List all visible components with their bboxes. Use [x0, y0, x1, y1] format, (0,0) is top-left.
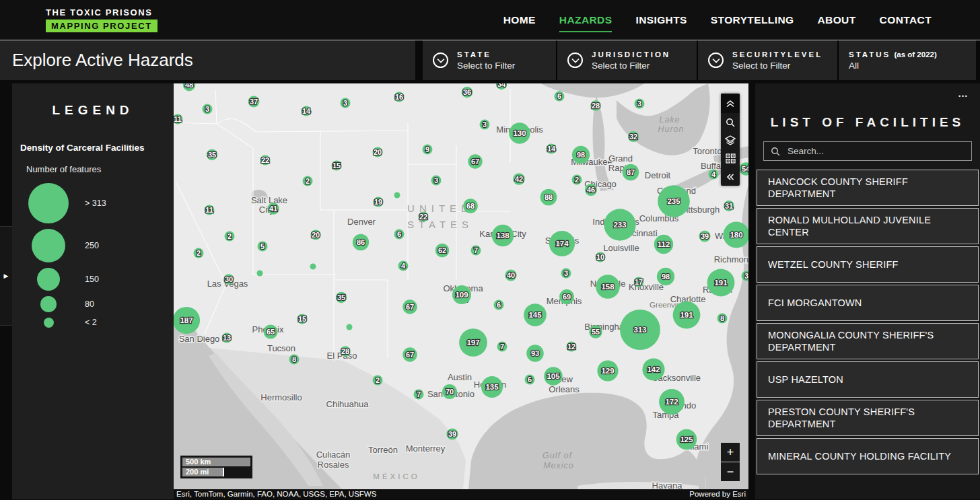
cluster-marker[interactable]: 10 [596, 252, 606, 262]
cluster-marker[interactable]: 13 [222, 333, 232, 343]
cluster-marker[interactable]: 2 [572, 175, 582, 185]
cluster-marker[interactable]: 6 [494, 300, 504, 310]
cluster-marker[interactable]: 197 [459, 328, 487, 357]
cluster-marker[interactable]: 68 [463, 199, 478, 213]
cluster-marker[interactable]: 130 [509, 122, 530, 143]
map-canvas[interactable]: Salt LakeCityDenverLas VegasSan DiegoPho… [174, 83, 748, 499]
cluster-marker[interactable]: 12 [567, 342, 577, 352]
cluster-marker[interactable]: 8 [718, 314, 728, 324]
cluster-marker[interactable]: 40 [505, 269, 516, 281]
cluster-marker[interactable]: 191 [707, 269, 735, 297]
cluster-marker[interactable]: 187 [174, 307, 200, 334]
cluster-marker[interactable]: 15 [298, 314, 308, 324]
cluster-marker[interactable]: 7 [471, 246, 481, 256]
facility-row[interactable]: MONONGALIA COUNTY SHERIFF'S DEPARTMENT [757, 323, 979, 359]
cluster-marker[interactable]: 31 [724, 201, 734, 211]
cluster-marker[interactable]: 233 [604, 209, 635, 240]
zoom-in-button[interactable]: + [721, 443, 740, 462]
cluster-marker[interactable]: 9 [423, 145, 433, 155]
facility-dot[interactable] [394, 192, 400, 199]
cluster-marker[interactable]: 109 [452, 285, 471, 304]
cluster-marker[interactable]: 22 [260, 155, 271, 166]
cluster-marker[interactable]: 30 [223, 274, 234, 285]
layers-icon[interactable] [721, 131, 740, 149]
cluster-marker[interactable]: 129 [597, 360, 618, 381]
cluster-marker[interactable]: 125 [676, 429, 697, 450]
cluster-marker[interactable]: 180 [723, 221, 748, 248]
facility-dot[interactable] [347, 324, 353, 330]
cluster-marker[interactable]: 112 [654, 235, 673, 254]
collapse-up-icon[interactable] [721, 94, 740, 113]
cluster-marker[interactable]: 65 [263, 324, 277, 338]
nav-item-storytelling[interactable]: STORYTELLING [711, 14, 794, 26]
cluster-marker[interactable]: 4 [709, 170, 719, 180]
cluster-marker[interactable]: 2 [194, 248, 204, 258]
cluster-marker[interactable]: 16 [394, 92, 405, 102]
cluster-marker[interactable]: 35 [207, 149, 217, 160]
cluster-marker[interactable]: 7 [497, 342, 508, 352]
cluster-marker[interactable]: 191 [673, 301, 701, 329]
cluster-marker[interactable]: 3 [341, 98, 351, 108]
cluster-marker[interactable]: 138 [492, 225, 514, 247]
cluster-marker[interactable]: 3 [561, 269, 571, 279]
cluster-marker[interactable]: 88 [540, 189, 557, 206]
cluster-marker[interactable]: 98 [657, 268, 674, 285]
cluster-marker[interactable]: 2 [225, 231, 235, 242]
basemap-gallery-icon[interactable] [721, 149, 740, 168]
cluster-marker[interactable]: 41 [267, 203, 279, 214]
cluster-marker[interactable]: 22 [419, 212, 429, 222]
cluster-marker[interactable]: 3 [203, 104, 213, 114]
cluster-marker[interactable]: 6 [394, 229, 405, 240]
cluster-marker[interactable]: 87 [623, 164, 639, 181]
cluster-marker[interactable]: 11 [205, 205, 215, 215]
panel-options-icon[interactable]: … [958, 87, 969, 99]
filter-securitylevel[interactable]: SECURITYLEVELSelect to Filter [697, 40, 837, 80]
cluster-marker[interactable]: 67 [403, 347, 417, 361]
cluster-marker[interactable]: 39 [446, 428, 458, 439]
cluster-marker[interactable]: 70 [442, 384, 457, 399]
cluster-marker[interactable]: 145 [524, 303, 547, 326]
facility-row[interactable]: HANCOCK COUNTY SHERIFF DEPARTMENT [757, 170, 979, 206]
cluster-marker[interactable]: 158 [596, 275, 620, 299]
cluster-marker[interactable]: 3 [431, 176, 442, 186]
search-icon[interactable] [721, 113, 740, 131]
zoom-out-button[interactable]: − [721, 462, 740, 481]
cluster-marker[interactable]: 36 [462, 87, 473, 98]
cluster-marker[interactable]: 2 [373, 376, 383, 386]
cluster-marker[interactable]: 37 [248, 96, 260, 108]
cluster-marker[interactable]: 3 [635, 99, 645, 109]
facility-row[interactable]: USP HAZELTON [757, 361, 979, 398]
cluster-marker[interactable]: 32 [628, 131, 639, 142]
cluster-marker[interactable]: 67 [468, 154, 482, 168]
cluster-marker[interactable]: 20 [311, 230, 321, 240]
cluster-marker[interactable]: 135 [481, 376, 503, 398]
cluster-marker[interactable]: 11 [174, 114, 183, 124]
cluster-marker[interactable]: 14 [302, 106, 312, 116]
cluster-marker[interactable]: 19 [374, 197, 384, 207]
cluster-marker[interactable]: 6 [555, 92, 565, 102]
filter-state[interactable]: STATESelect to Filter [423, 40, 556, 80]
cluster-marker[interactable]: 55 [589, 325, 602, 338]
nav-item-hazards[interactable]: HAZARDS [559, 14, 612, 26]
cluster-marker[interactable]: 42 [513, 173, 525, 185]
facility-dot[interactable] [310, 264, 316, 270]
cluster-marker[interactable]: 28 [590, 100, 600, 110]
facility-dot[interactable] [257, 271, 263, 277]
facility-search-input[interactable] [788, 146, 965, 156]
cluster-marker[interactable]: 174 [549, 231, 575, 256]
cluster-marker[interactable]: 142 [642, 358, 664, 380]
cluster-marker[interactable]: 20 [373, 147, 383, 157]
cluster-marker[interactable]: 93 [526, 345, 544, 362]
nav-item-home[interactable]: HOME [503, 14, 536, 26]
facility-row[interactable]: WETZEL COUNTY SHERIFF [757, 246, 979, 283]
cluster-marker[interactable]: 35 [336, 292, 347, 303]
nav-item-contact[interactable]: CONTACT [880, 14, 932, 26]
facility-row[interactable]: FCI MORGANTOWN [757, 285, 979, 321]
filter-jurisdiction[interactable]: JURISDICTIONSelect to Filter [556, 40, 697, 80]
expand-panel-tab[interactable]: ▶ [0, 226, 12, 326]
cluster-marker[interactable]: 313 [620, 310, 660, 350]
cluster-marker[interactable]: 105 [544, 367, 562, 385]
cluster-marker[interactable]: 28 [340, 346, 350, 356]
facility-row[interactable]: MINERAL COUNTY HOLDING FACILITY [757, 438, 979, 474]
cluster-marker[interactable]: 62 [435, 244, 450, 258]
